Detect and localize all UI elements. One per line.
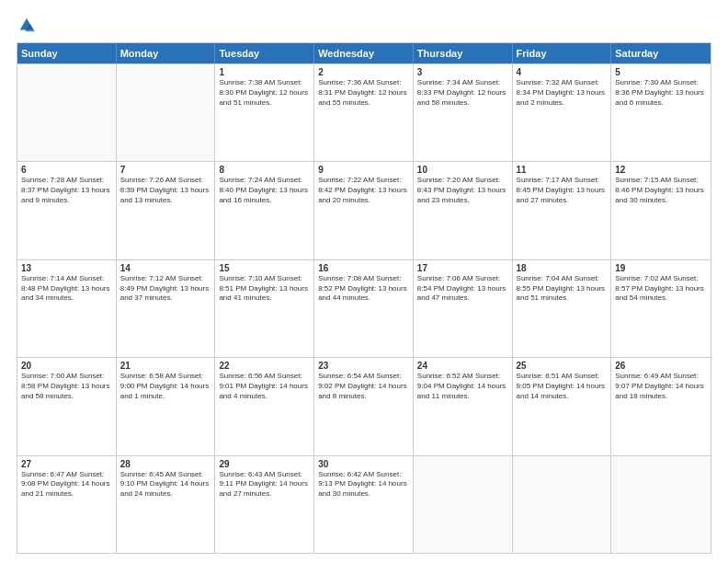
day-cell-21: 21Sunrise: 6:58 AM Sunset: 9:00 PM Dayli… [117, 358, 216, 454]
day-cell-13: 13Sunrise: 7:14 AM Sunset: 8:48 PM Dayli… [17, 260, 117, 357]
day-info: Sunrise: 7:00 AM Sunset: 8:58 PM Dayligh… [21, 372, 112, 401]
day-number: 24 [417, 361, 508, 371]
day-cell-29: 29Sunrise: 6:43 AM Sunset: 9:11 PM Dayli… [215, 456, 314, 553]
day-cell-22: 22Sunrise: 6:56 AM Sunset: 9:01 PM Dayli… [215, 358, 314, 454]
day-number: 26 [615, 361, 707, 371]
day-number: 21 [120, 361, 211, 371]
day-number: 25 [517, 361, 608, 371]
day-cell-23: 23Sunrise: 6:54 AM Sunset: 9:02 PM Dayli… [314, 358, 414, 454]
day-info: Sunrise: 6:42 AM Sunset: 9:13 PM Dayligh… [318, 470, 409, 500]
header [17, 17, 711, 33]
day-number: 28 [120, 459, 211, 469]
day-cell-12: 12Sunrise: 7:15 AM Sunset: 8:46 PM Dayli… [611, 162, 711, 259]
day-info: Sunrise: 7:14 AM Sunset: 8:48 PM Dayligh… [21, 274, 112, 304]
day-number: 15 [219, 263, 310, 273]
day-cell-24: 24Sunrise: 6:52 AM Sunset: 9:04 PM Dayli… [414, 358, 513, 454]
empty-cell [513, 456, 612, 553]
day-info: Sunrise: 7:20 AM Sunset: 8:43 PM Dayligh… [417, 176, 508, 205]
day-info: Sunrise: 7:08 AM Sunset: 8:52 PM Dayligh… [318, 274, 409, 304]
day-number: 30 [318, 459, 409, 469]
day-info: Sunrise: 7:30 AM Sunset: 8:36 PM Dayligh… [615, 78, 707, 108]
day-number: 6 [21, 165, 112, 175]
day-cell-28: 28Sunrise: 6:45 AM Sunset: 9:10 PM Dayli… [117, 456, 216, 553]
day-info: Sunrise: 7:26 AM Sunset: 8:39 PM Dayligh… [120, 176, 211, 205]
day-number: 11 [517, 165, 608, 175]
day-cell-11: 11Sunrise: 7:17 AM Sunset: 8:45 PM Dayli… [513, 162, 612, 259]
day-number: 19 [615, 263, 707, 273]
day-header-monday: Monday [117, 43, 216, 63]
day-cell-5: 5Sunrise: 7:30 AM Sunset: 8:36 PM Daylig… [611, 64, 711, 161]
empty-cell [117, 64, 216, 161]
day-info: Sunrise: 7:04 AM Sunset: 8:55 PM Dayligh… [517, 274, 608, 304]
calendar-week-5: 27Sunrise: 6:47 AM Sunset: 9:08 PM Dayli… [17, 455, 711, 553]
day-info: Sunrise: 7:10 AM Sunset: 8:51 PM Dayligh… [219, 274, 310, 304]
day-cell-14: 14Sunrise: 7:12 AM Sunset: 8:49 PM Dayli… [117, 260, 216, 357]
calendar-week-2: 6Sunrise: 7:28 AM Sunset: 8:37 PM Daylig… [17, 161, 711, 259]
day-cell-17: 17Sunrise: 7:06 AM Sunset: 8:54 PM Dayli… [414, 260, 513, 357]
day-number: 8 [219, 165, 310, 175]
day-number: 1 [219, 67, 310, 77]
day-number: 12 [615, 165, 707, 175]
day-cell-16: 16Sunrise: 7:08 AM Sunset: 8:52 PM Dayli… [314, 260, 414, 357]
day-number: 13 [21, 263, 112, 273]
day-info: Sunrise: 6:58 AM Sunset: 9:00 PM Dayligh… [120, 372, 211, 401]
day-info: Sunrise: 7:06 AM Sunset: 8:54 PM Dayligh… [417, 274, 508, 304]
day-cell-7: 7Sunrise: 7:26 AM Sunset: 8:39 PM Daylig… [117, 162, 216, 259]
day-cell-8: 8Sunrise: 7:24 AM Sunset: 8:40 PM Daylig… [215, 162, 314, 259]
day-header-tuesday: Tuesday [215, 43, 314, 63]
calendar-week-3: 13Sunrise: 7:14 AM Sunset: 8:48 PM Dayli… [17, 259, 711, 357]
day-number: 2 [318, 67, 409, 77]
day-header-sunday: Sunday [17, 43, 117, 63]
day-info: Sunrise: 7:32 AM Sunset: 8:34 PM Dayligh… [517, 78, 608, 108]
day-info: Sunrise: 6:52 AM Sunset: 9:04 PM Dayligh… [417, 372, 508, 401]
day-number: 22 [219, 361, 310, 371]
day-cell-9: 9Sunrise: 7:22 AM Sunset: 8:42 PM Daylig… [314, 162, 414, 259]
day-header-saturday: Saturday [611, 43, 711, 63]
day-number: 5 [615, 67, 707, 77]
calendar-body: 1Sunrise: 7:38 AM Sunset: 8:30 PM Daylig… [17, 63, 711, 553]
day-number: 9 [318, 165, 409, 175]
day-cell-1: 1Sunrise: 7:38 AM Sunset: 8:30 PM Daylig… [215, 64, 314, 161]
day-number: 20 [21, 361, 112, 371]
day-cell-15: 15Sunrise: 7:10 AM Sunset: 8:51 PM Dayli… [215, 260, 314, 357]
calendar-week-4: 20Sunrise: 7:00 AM Sunset: 8:58 PM Dayli… [17, 357, 711, 454]
day-info: Sunrise: 7:34 AM Sunset: 8:33 PM Dayligh… [417, 78, 508, 108]
day-number: 27 [21, 459, 112, 469]
day-header-wednesday: Wednesday [314, 43, 414, 63]
page: SundayMondayTuesdayWednesdayThursdayFrid… [0, 0, 728, 563]
day-cell-10: 10Sunrise: 7:20 AM Sunset: 8:43 PM Dayli… [414, 162, 513, 259]
day-cell-30: 30Sunrise: 6:42 AM Sunset: 9:13 PM Dayli… [314, 456, 414, 553]
day-header-friday: Friday [513, 43, 612, 63]
day-cell-19: 19Sunrise: 7:02 AM Sunset: 8:57 PM Dayli… [611, 260, 711, 357]
day-info: Sunrise: 6:51 AM Sunset: 9:05 PM Dayligh… [517, 372, 608, 401]
day-info: Sunrise: 7:17 AM Sunset: 8:45 PM Dayligh… [517, 176, 608, 205]
day-cell-6: 6Sunrise: 7:28 AM Sunset: 8:37 PM Daylig… [17, 162, 117, 259]
calendar-week-1: 1Sunrise: 7:38 AM Sunset: 8:30 PM Daylig… [17, 63, 711, 161]
day-cell-26: 26Sunrise: 6:49 AM Sunset: 9:07 PM Dayli… [611, 358, 711, 454]
day-cell-27: 27Sunrise: 6:47 AM Sunset: 9:08 PM Dayli… [17, 456, 117, 553]
day-info: Sunrise: 7:24 AM Sunset: 8:40 PM Dayligh… [219, 176, 310, 205]
day-cell-18: 18Sunrise: 7:04 AM Sunset: 8:55 PM Dayli… [513, 260, 612, 357]
day-info: Sunrise: 7:28 AM Sunset: 8:37 PM Dayligh… [21, 176, 112, 205]
day-info: Sunrise: 7:12 AM Sunset: 8:49 PM Dayligh… [120, 274, 211, 304]
day-number: 10 [417, 165, 508, 175]
day-info: Sunrise: 6:49 AM Sunset: 9:07 PM Dayligh… [615, 372, 707, 401]
day-info: Sunrise: 7:36 AM Sunset: 8:31 PM Dayligh… [318, 78, 409, 108]
empty-cell [414, 456, 513, 553]
logo-icon [18, 17, 35, 33]
day-info: Sunrise: 6:54 AM Sunset: 9:02 PM Dayligh… [318, 372, 409, 401]
day-cell-3: 3Sunrise: 7:34 AM Sunset: 8:33 PM Daylig… [414, 64, 513, 161]
day-info: Sunrise: 6:43 AM Sunset: 9:11 PM Dayligh… [219, 470, 310, 500]
calendar: SundayMondayTuesdayWednesdayThursdayFrid… [17, 42, 711, 554]
day-number: 16 [318, 263, 409, 273]
calendar-header-row: SundayMondayTuesdayWednesdayThursdayFrid… [17, 43, 711, 63]
empty-cell [611, 456, 711, 553]
day-cell-20: 20Sunrise: 7:00 AM Sunset: 8:58 PM Dayli… [17, 358, 117, 454]
day-info: Sunrise: 6:45 AM Sunset: 9:10 PM Dayligh… [120, 470, 211, 500]
day-number: 17 [417, 263, 508, 273]
day-number: 3 [417, 67, 508, 77]
day-number: 4 [517, 67, 608, 77]
logo [17, 17, 35, 33]
day-number: 23 [318, 361, 409, 371]
day-number: 18 [517, 263, 608, 273]
